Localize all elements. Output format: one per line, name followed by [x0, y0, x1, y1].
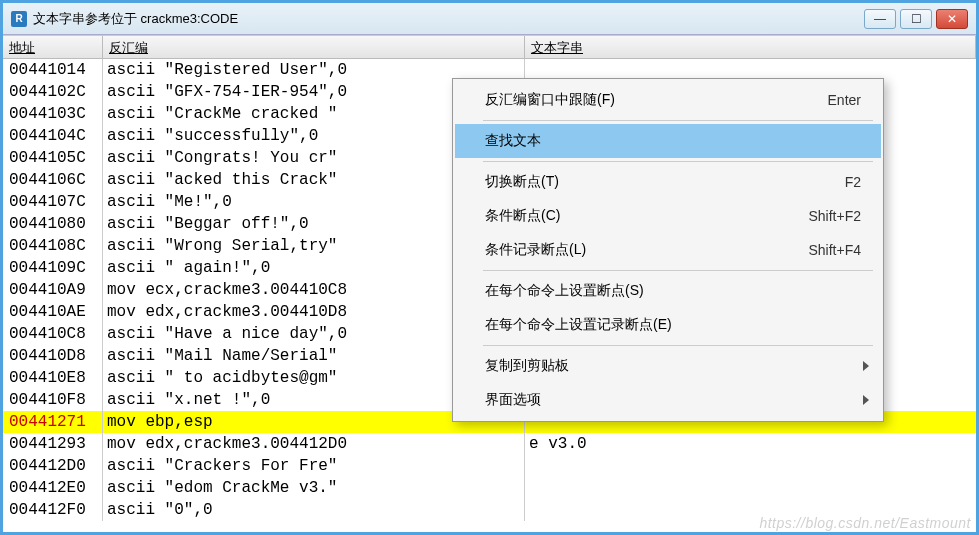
- menu-item-label: 切换断点(T): [485, 173, 845, 191]
- cell-address: 0044102C: [3, 81, 103, 103]
- menu-item-label: 在每个命令上设置断点(S): [485, 282, 861, 300]
- cell-address: 004410E8: [3, 367, 103, 389]
- menu-item-shortcut: Shift+F4: [808, 242, 861, 258]
- menu-separator: [483, 120, 873, 121]
- menu-item[interactable]: 条件记录断点(L)Shift+F4: [455, 233, 881, 267]
- menu-item[interactable]: 复制到剪贴板: [455, 349, 881, 383]
- maximize-button[interactable]: ☐: [900, 9, 932, 29]
- cell-text-string: [525, 477, 976, 499]
- cell-address: 00441014: [3, 59, 103, 81]
- cell-address: 0044107C: [3, 191, 103, 213]
- column-headers: 地址 反汇编 文本字串: [3, 35, 976, 59]
- cell-text-string: [525, 455, 976, 477]
- menu-item-label: 在每个命令上设置记录断点(E): [485, 316, 861, 334]
- table-row[interactable]: 00441293mov edx,crackme3.004412D0e v3.0: [3, 433, 976, 455]
- cell-address: 004410A9: [3, 279, 103, 301]
- menu-separator: [483, 161, 873, 162]
- menu-item-label: 反汇编窗口中跟随(F): [485, 91, 828, 109]
- header-disassembly[interactable]: 反汇编: [103, 36, 525, 58]
- cell-address: 0044105C: [3, 147, 103, 169]
- menu-separator: [483, 270, 873, 271]
- menu-item[interactable]: 查找文本: [455, 124, 881, 158]
- cell-address: 004410AE: [3, 301, 103, 323]
- cell-address: 004410C8: [3, 323, 103, 345]
- context-menu[interactable]: 反汇编窗口中跟随(F)Enter查找文本切换断点(T)F2条件断点(C)Shif…: [452, 78, 884, 422]
- cell-address: 00441293: [3, 433, 103, 455]
- cell-address: 004412E0: [3, 477, 103, 499]
- menu-item-label: 条件断点(C): [485, 207, 808, 225]
- table-row[interactable]: 004412E0ascii "edom CrackMe v3.": [3, 477, 976, 499]
- app-icon: R: [11, 11, 27, 27]
- menu-separator: [483, 345, 873, 346]
- cell-address: 0044103C: [3, 103, 103, 125]
- menu-item-label: 条件记录断点(L): [485, 241, 808, 259]
- cell-address: 004412D0: [3, 455, 103, 477]
- cell-address: 004410D8: [3, 345, 103, 367]
- menu-item[interactable]: 条件断点(C)Shift+F2: [455, 199, 881, 233]
- menu-item[interactable]: 界面选项: [455, 383, 881, 417]
- menu-item-label: 复制到剪贴板: [485, 357, 861, 375]
- cell-address: 00441271: [3, 411, 103, 433]
- header-text-string[interactable]: 文本字串: [525, 36, 976, 58]
- close-button[interactable]: ✕: [936, 9, 968, 29]
- minimize-button[interactable]: —: [864, 9, 896, 29]
- menu-item[interactable]: 在每个命令上设置断点(S): [455, 274, 881, 308]
- menu-item-label: 界面选项: [485, 391, 861, 409]
- window-controls: — ☐ ✕: [864, 9, 968, 29]
- menu-item-shortcut: Enter: [828, 92, 861, 108]
- cell-disassembly: ascii "0",0: [103, 499, 525, 521]
- cell-text-string: e v3.0: [525, 433, 976, 455]
- cell-address: 004412F0: [3, 499, 103, 521]
- cell-disassembly: mov edx,crackme3.004412D0: [103, 433, 525, 455]
- cell-disassembly: ascii "edom CrackMe v3.": [103, 477, 525, 499]
- menu-item[interactable]: 反汇编窗口中跟随(F)Enter: [455, 83, 881, 117]
- table-row[interactable]: 004412D0ascii "Crackers For Fre": [3, 455, 976, 477]
- cell-address: 0044104C: [3, 125, 103, 147]
- titlebar[interactable]: R 文本字串参考位于 crackme3:CODE — ☐ ✕: [3, 3, 976, 35]
- menu-item-shortcut: Shift+F2: [808, 208, 861, 224]
- cell-address: 0044108C: [3, 235, 103, 257]
- window-title: 文本字串参考位于 crackme3:CODE: [33, 10, 864, 28]
- menu-item-label: 查找文本: [485, 132, 861, 150]
- menu-item[interactable]: 在每个命令上设置记录断点(E): [455, 308, 881, 342]
- cell-address: 0044109C: [3, 257, 103, 279]
- header-address[interactable]: 地址: [3, 36, 103, 58]
- cell-address: 00441080: [3, 213, 103, 235]
- cell-disassembly: ascii "Crackers For Fre": [103, 455, 525, 477]
- cell-address: 0044106C: [3, 169, 103, 191]
- menu-item[interactable]: 切换断点(T)F2: [455, 165, 881, 199]
- watermark: https://blog.csdn.net/Eastmount: [759, 515, 971, 531]
- menu-item-shortcut: F2: [845, 174, 861, 190]
- cell-address: 004410F8: [3, 389, 103, 411]
